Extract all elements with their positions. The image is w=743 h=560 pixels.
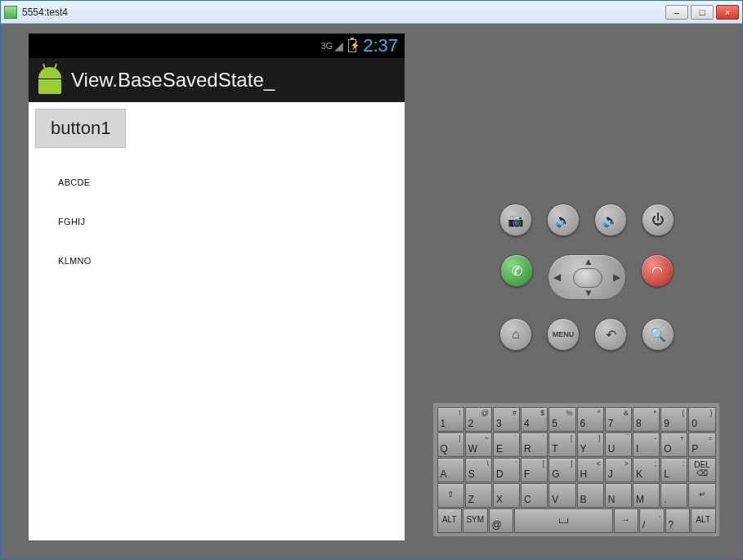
key-→[interactable]: → <box>614 508 639 533</box>
key-⇧[interactable]: ⇧ <box>437 483 464 508</box>
key-t[interactable]: T{ <box>548 432 575 457</box>
key-y[interactable]: Y} <box>577 432 604 457</box>
key-s[interactable]: S\ <box>465 458 492 482</box>
dpad[interactable]: ▲ ▼ ◀ ▶ <box>548 254 626 300</box>
network-icon: 3G <box>320 41 333 51</box>
key-7[interactable]: 7& <box>605 407 632 432</box>
key-b[interactable]: B <box>577 483 604 508</box>
key-2[interactable]: 2@ <box>465 407 492 432</box>
key-c[interactable]: C <box>521 483 548 508</box>
key-sym[interactable]: SYM <box>463 508 488 533</box>
list-item[interactable]: KLMNO <box>35 241 398 280</box>
volume-down-button[interactable]: 🔈 <box>547 204 580 236</box>
key-x[interactable]: X <box>493 483 520 508</box>
emulator-window: 5554:test4 – □ × 3G ◢ ⚡ 2:37 <box>0 0 743 560</box>
key-?[interactable]: ? <box>665 508 691 533</box>
minimize-button[interactable]: – <box>665 5 688 20</box>
maximize-button[interactable]: □ <box>691 5 714 20</box>
search-button[interactable]: 🔍 <box>642 318 674 351</box>
android-icon <box>37 65 63 95</box>
key-r[interactable]: R` <box>521 432 548 457</box>
hardware-controls: 📷 🔈 🔊 ⏻ ✆ ▲ ▼ ◀ ▶ ◠ <box>472 204 701 369</box>
phone-screen: 3G ◢ ⚡ 2:37 View.BaseSavedState_ button1… <box>29 34 405 540</box>
key-alt[interactable]: ALT <box>437 508 463 533</box>
key-v[interactable]: V <box>548 483 575 508</box>
key-9[interactable]: 9( <box>660 407 687 432</box>
key-j[interactable]: J> <box>605 458 632 482</box>
dpad-up-icon[interactable]: ▲ <box>584 256 593 267</box>
key-3[interactable]: 3# <box>493 407 520 432</box>
camera-button[interactable]: 📷 <box>499 204 532 236</box>
battery-icon: ⚡ <box>348 39 356 52</box>
window-title: 5554:test4 <box>22 7 665 18</box>
key-8[interactable]: 8* <box>633 407 660 432</box>
key-↵[interactable]: ↵ <box>688 483 715 508</box>
key-4[interactable]: 4$ <box>521 407 548 432</box>
key-w[interactable]: W~ <box>465 432 492 457</box>
back-button[interactable]: ↶ <box>594 318 627 351</box>
key-e[interactable]: E´ <box>493 432 520 457</box>
key-m[interactable]: M <box>633 483 660 508</box>
dpad-right-icon[interactable]: ▶ <box>613 271 620 283</box>
key-h[interactable]: H< <box>577 458 604 482</box>
key-.[interactable]: . <box>660 483 687 508</box>
key-/[interactable]: /, <box>639 508 665 533</box>
menu-button[interactable]: MENU <box>547 318 580 351</box>
clock: 2:37 <box>363 35 398 56</box>
key-del[interactable]: DEL⌫ <box>688 458 715 482</box>
key-q[interactable]: Q| <box>437 432 464 457</box>
key-u[interactable]: U‾ <box>605 432 632 457</box>
key-5[interactable]: 5% <box>548 407 575 432</box>
key-6[interactable]: 6^ <box>577 407 604 432</box>
key-k[interactable]: K; <box>633 458 660 482</box>
app-title: View.BaseSavedState_ <box>71 69 275 92</box>
window-buttons: – □ × <box>665 5 739 20</box>
key-d[interactable]: D' <box>493 458 520 482</box>
titlebar: 5554:test4 – □ × <box>1 1 742 24</box>
button1[interactable]: button1 <box>35 109 126 148</box>
key-o[interactable]: O+ <box>660 432 687 457</box>
hardware-keyboard: 1!2@3#4$5%6^7&8*9(0) Q|W~E´R`T{Y}U‾I-O+P… <box>433 403 719 536</box>
key-@[interactable]: @ <box>489 508 514 533</box>
action-bar: View.BaseSavedState_ <box>29 58 405 102</box>
list-item[interactable]: FGHIJ <box>35 202 398 241</box>
home-button[interactable]: ⌂ <box>499 318 532 351</box>
key-⌴[interactable]: ⌴ <box>514 508 613 533</box>
key-0[interactable]: 0) <box>688 407 715 432</box>
list-item[interactable]: ABCDE <box>35 163 398 202</box>
close-button[interactable]: × <box>716 5 739 20</box>
dpad-center[interactable] <box>573 268 602 288</box>
key-z[interactable]: Z <box>465 483 492 508</box>
key-n[interactable]: N <box>605 483 632 508</box>
app-content: button1 ABCDE FGHIJ KLMNO <box>29 102 405 540</box>
dpad-down-icon[interactable]: ▼ <box>584 287 593 298</box>
key-g[interactable]: G] <box>548 458 575 482</box>
end-call-button[interactable]: ◠ <box>641 254 674 287</box>
power-button[interactable]: ⏻ <box>642 204 674 236</box>
call-button[interactable]: ✆ <box>500 254 533 287</box>
dpad-left-icon[interactable]: ◀ <box>553 271 561 283</box>
key-f[interactable]: F[ <box>521 458 548 482</box>
key-1[interactable]: 1! <box>437 407 464 432</box>
key-i[interactable]: I- <box>633 432 660 457</box>
status-bar: 3G ◢ ⚡ 2:37 <box>29 34 405 58</box>
key-a[interactable]: A <box>437 458 464 482</box>
key-alt[interactable]: ALT <box>691 508 716 533</box>
key-l[interactable]: L: <box>660 458 687 482</box>
key-p[interactable]: P= <box>688 432 715 457</box>
app-icon <box>4 6 17 19</box>
volume-up-button[interactable]: 🔊 <box>594 204 627 236</box>
signal-icon: ◢ <box>334 39 343 52</box>
